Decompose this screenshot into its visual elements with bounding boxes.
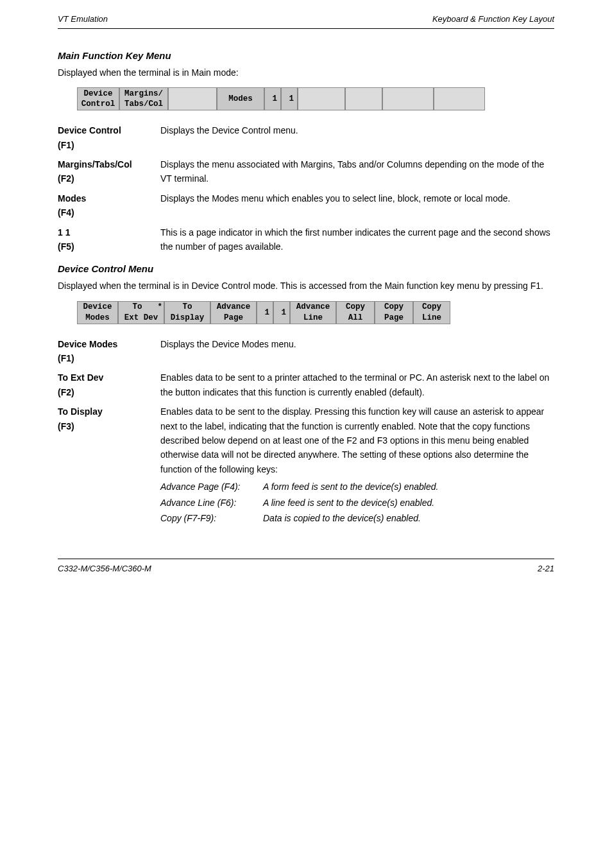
main-menu-definitions: Device Control (F1) Displays the Device … [58, 123, 554, 254]
header-left: VT Emulation [58, 13, 108, 26]
subitem-advance-page: Advance Page (F4): A form feed is sent t… [160, 480, 554, 494]
copy-function-sublist: Advance Page (F4): A form feed is sent t… [160, 480, 554, 525]
menu1-f9-empty [434, 87, 485, 110]
menu2-f3-to-display: To Display [164, 301, 210, 324]
menu1-f6-empty [298, 87, 345, 110]
section-title-device-control-menu: Device Control Menu [58, 261, 554, 277]
menu2-f8-copy-page: Copy Page [375, 301, 413, 324]
device-control-menu: Device Modes To * Ext Dev To Display Adv… [77, 301, 535, 324]
footer-left: C332-M/C356-M/C360-M [58, 562, 151, 576]
menu1-f5a-page-current: 1 [264, 87, 281, 110]
menu1-f3-empty [168, 87, 217, 110]
section-title-main-menu: Main Function Key Menu [58, 48, 554, 64]
def-page-indicator: 1 1 (F5) This is a page indicator in whi… [58, 225, 554, 254]
menu1-f7-empty [345, 87, 382, 110]
menu2-f1-device-modes: Device Modes [77, 301, 118, 324]
asterisk-icon: * [155, 302, 162, 312]
def-modes: Modes (F4) Displays the Modes menu which… [58, 191, 554, 220]
menu2-f2-to-ext-dev: To * Ext Dev [118, 301, 164, 324]
def-margins-tabs-col: Margins/Tabs/Col (F2) Displays the menu … [58, 157, 554, 186]
menu2-f9-copy-line: Copy Line [413, 301, 450, 324]
menu1-f5b-page-total: 1 [281, 87, 298, 110]
def-to-display: To Display (F3) Enables data to be sent … [58, 404, 554, 533]
device-control-definitions: Device Modes (F1) Displays the Device Mo… [58, 337, 554, 534]
menu2-f7-copy-all: Copy All [336, 301, 375, 324]
menu1-f1-device-control: Device Control [77, 87, 119, 110]
header-right: Keyboard & Function Key Layout [432, 13, 554, 26]
def-device-modes: Device Modes (F1) Displays the Device Mo… [58, 337, 554, 366]
def-device-control: Device Control (F1) Displays the Device … [58, 123, 554, 152]
menu2-f4-advance-page: Advance Page [210, 301, 257, 324]
menu2-f6-advance-line: Advance Line [290, 301, 336, 324]
main-function-key-menu: Device Control Margins/ Tabs/Col Modes 1… [77, 87, 535, 110]
page-footer: C332-M/C356-M/C360-M 2-21 [58, 559, 554, 576]
footer-right: 2-21 [538, 562, 554, 576]
dc-menu-intro: Displayed when the terminal is in Device… [58, 279, 554, 293]
subitem-copy: Copy (F7-F9): Data is copied to the devi… [160, 511, 554, 525]
menu1-f2-margins-tabs-col: Margins/ Tabs/Col [119, 87, 168, 110]
page-header: VT Emulation Keyboard & Function Key Lay… [58, 13, 554, 29]
menu1-f4-modes: Modes [217, 87, 264, 110]
main-menu-intro: Displayed when the terminal is in Main m… [58, 65, 554, 80]
def-to-ext-dev: To Ext Dev (F2) Enables data to be sent … [58, 370, 554, 399]
menu2-f5a-page-current: 1 [257, 301, 273, 324]
menu1-f8-empty [382, 87, 434, 110]
subitem-advance-line: Advance Line (F6): A line feed is sent t… [160, 496, 554, 510]
menu2-f5b-page-total: 1 [273, 301, 290, 324]
